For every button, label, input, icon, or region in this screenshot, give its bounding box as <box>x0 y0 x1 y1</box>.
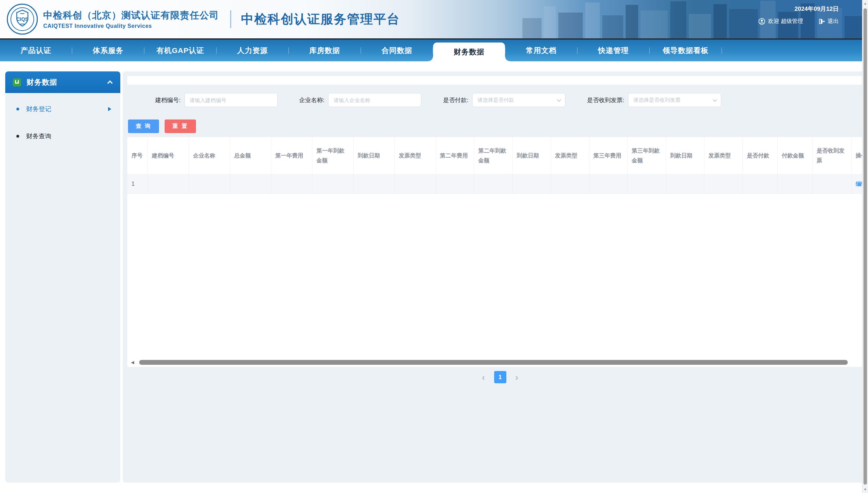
sidebar-item-finance-query[interactable]: 财务查询 <box>5 125 120 147</box>
logout-icon <box>818 18 825 25</box>
chevron-down-icon <box>712 97 717 102</box>
col-year3-fee: 第三年费用 <box>589 137 627 175</box>
field-company-name: 企业名称: <box>299 93 422 107</box>
app-header: CIQS 中检科创（北京）测试认证有限责任公司 CAIQTEST Innovat… <box>0 0 868 38</box>
vscroll-down-icon[interactable]: ▼ <box>862 488 868 491</box>
sidebar-item-finance-register[interactable]: 财务登记 <box>5 98 120 120</box>
tab-common-docs[interactable]: 常用文档 <box>505 40 577 61</box>
field-label: 建档编号: <box>155 96 181 104</box>
chevron-down-icon <box>557 97 561 102</box>
search-button[interactable]: 查 询 <box>128 120 159 133</box>
logo-text: CIQS <box>16 16 28 22</box>
col-invoice-received: 是否收到发票 <box>812 137 851 175</box>
nav-separator <box>722 47 722 54</box>
page-number-button[interactable]: 1 <box>494 371 506 383</box>
field-paid-status: 是否付款: 请选择是否付款 <box>443 93 565 107</box>
pagination: ‹ 1 › <box>127 371 868 383</box>
hscroll-track[interactable] <box>136 360 855 365</box>
logout-label: 退出 <box>828 18 839 25</box>
ciqs-logo-icon: CIQS <box>6 3 38 35</box>
page-title: 中检科创认证服务管理平台 <box>241 11 400 28</box>
sidebar-header-finance-data[interactable]: 财务数据 <box>5 71 120 93</box>
next-page-icon[interactable]: › <box>515 371 519 383</box>
col-year3-date: 到款日期 <box>666 137 704 175</box>
cell-seq: 1 <box>127 175 148 194</box>
tab-finance-data[interactable]: 财务数据 <box>433 43 505 61</box>
col-year1-invoice-type: 发票类型 <box>394 137 436 175</box>
tab-express-mgmt[interactable]: 快递管理 <box>578 40 649 61</box>
tab-contract-data[interactable]: 合同数据 <box>361 40 433 61</box>
app-window: CIQS 中检科创（北京）测试认证有限责任公司 CAIQTEST Innovat… <box>0 0 868 493</box>
sidebar: 财务数据 财务登记 财务查询 <box>5 71 120 483</box>
tab-warehouse-data[interactable]: 库房数据 <box>289 40 361 61</box>
prev-page-icon[interactable]: ‹ <box>482 371 485 383</box>
main-panel: 建档编号: 企业名称: 是否付款: 请选择是否付款 是否收到发票: <box>123 71 868 483</box>
vscroll-thumb[interactable] <box>863 8 867 485</box>
welcome-text: 欢迎 超级管理 <box>768 18 803 25</box>
tab-human-resources[interactable]: 人力资源 <box>217 40 288 61</box>
vertical-scrollbar: ▲ ▼ <box>862 0 868 493</box>
field-archive-no: 建档编号: <box>155 93 278 107</box>
header-divider <box>230 10 231 28</box>
select-placeholder: 请选择是否付款 <box>477 97 557 103</box>
header-user-area: 2024年09月12日 欢迎 超级管理 退出 <box>758 5 839 25</box>
current-date: 2024年09月12日 <box>758 5 839 13</box>
col-year2-fee: 第二年费用 <box>436 137 474 175</box>
col-paid: 是否付款 <box>742 137 777 175</box>
tab-leader-dashboard[interactable]: 领导数据看板 <box>650 40 722 61</box>
horizontal-scrollbar: ◀ ▶ <box>129 360 868 365</box>
vscroll-up-icon[interactable]: ▲ <box>862 2 868 5</box>
tab-product-cert[interactable]: 产品认证 <box>0 40 72 61</box>
finance-table: 序号 建档编号 企业名称 总金额 第一年费用 第一年到款金额 到款日期 发票类型… <box>127 137 868 194</box>
archive-no-input[interactable] <box>184 93 278 107</box>
col-year1-received: 第一年到款金额 <box>312 137 353 175</box>
company-name-input[interactable] <box>328 93 421 107</box>
logout-button[interactable]: 退出 <box>818 18 839 25</box>
sidebar-title: 财务数据 <box>27 77 109 87</box>
table-row: 1 编辑 <box>127 175 868 194</box>
col-year1-date: 到款日期 <box>353 137 394 175</box>
field-invoice-received: 是否收到发票: 请选择是否收到发票 <box>587 93 721 107</box>
col-year3-invoice-type: 发票类型 <box>704 137 742 175</box>
sidebar-item-label: 财务登记 <box>26 105 108 113</box>
col-total-amount: 总金额 <box>230 137 271 175</box>
action-buttons: 查 询 重 置 <box>128 120 868 133</box>
caret-right-icon <box>108 107 111 111</box>
paid-status-select[interactable]: 请选择是否付款 <box>472 93 565 107</box>
table-header-row: 序号 建档编号 企业名称 总金额 第一年费用 第一年到款金额 到款日期 发票类型… <box>127 137 868 175</box>
col-company-name: 企业名称 <box>189 137 230 175</box>
col-paid-amount: 付款金额 <box>777 137 812 175</box>
field-label: 是否付款: <box>443 96 468 104</box>
content-area: 财务数据 财务登记 财务查询 建档编号: 企业名 <box>5 71 856 483</box>
col-year1-fee: 第一年费用 <box>271 137 312 175</box>
col-year2-invoice-type: 发票类型 <box>551 137 589 175</box>
brand-block: CIQS 中检科创（北京）测试认证有限责任公司 CAIQTEST Innovat… <box>0 3 400 35</box>
bullet-icon <box>16 135 19 138</box>
col-year2-date: 到款日期 <box>512 137 551 175</box>
col-year2-received: 第二年到款金额 <box>474 137 512 175</box>
toolbar-strip <box>127 76 868 85</box>
module-icon <box>13 78 21 86</box>
field-label: 企业名称: <box>299 96 325 104</box>
select-placeholder: 请选择是否收到发票 <box>633 97 713 103</box>
company-name-en: CAIQTEST Innovative Quality Services <box>43 23 219 29</box>
tab-system-service[interactable]: 体系服务 <box>72 40 144 61</box>
finance-table-container: 序号 建档编号 企业名称 总金额 第一年费用 第一年到款金额 到款日期 发票类型… <box>127 137 868 367</box>
user-avatar-icon <box>758 18 765 25</box>
field-label: 是否收到发票: <box>587 96 624 104</box>
company-name-cn: 中检科创（北京）测试认证有限责任公司 <box>43 9 219 22</box>
main-nav: 产品认证 体系服务 有机GAP认证 人力资源 库房数据 合同数据 财务数据 常用… <box>0 38 868 61</box>
sidebar-item-label: 财务查询 <box>26 132 111 140</box>
hscroll-left-icon[interactable]: ◀ <box>129 360 136 365</box>
invoice-received-select[interactable]: 请选择是否收到发票 <box>628 93 721 107</box>
reset-button[interactable]: 重 置 <box>165 120 196 133</box>
hscroll-thumb[interactable] <box>139 360 848 365</box>
tab-organic-gap[interactable]: 有机GAP认证 <box>144 40 216 61</box>
col-archive-no: 建档编号 <box>148 137 189 175</box>
filter-form: 建档编号: 企业名称: 是否付款: 请选择是否付款 是否收到发票: <box>155 93 868 107</box>
col-year3-received: 第三年到款金额 <box>627 137 666 175</box>
col-seq: 序号 <box>127 137 148 175</box>
bullet-icon <box>16 108 19 110</box>
